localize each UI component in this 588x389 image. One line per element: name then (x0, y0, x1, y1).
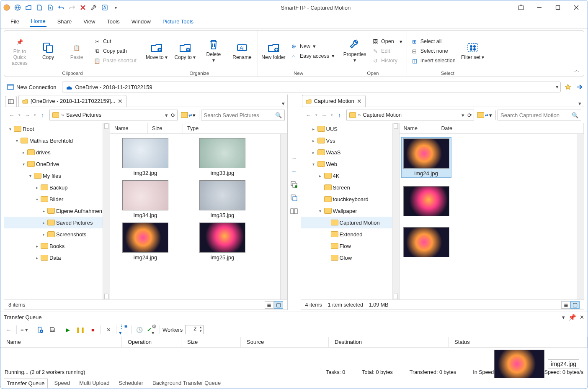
sync-left-icon[interactable]: ← (289, 166, 299, 176)
tree-node[interactable]: ▸Screenshots (4, 228, 110, 240)
menu-home[interactable]: Home (30, 16, 46, 27)
tree-node[interactable]: Flow (301, 240, 399, 252)
back-button[interactable]: ← (304, 110, 314, 120)
sync-copy-icon[interactable] (289, 180, 299, 189)
col-type[interactable]: Type (183, 123, 287, 133)
move-to-button[interactable]: Move to ▾ (144, 41, 170, 61)
menu-share[interactable]: Share (57, 17, 73, 26)
menu-file[interactable]: File (10, 17, 20, 26)
copy-to-button[interactable]: Copy to ▾ (172, 41, 198, 61)
right-breadcrumb[interactable]: » Captured Motion ▾ ⟳ (346, 110, 475, 120)
copy-button[interactable]: Copy (35, 41, 61, 61)
left-breadcrumb[interactable]: » Saved Pictures ▾ ⟳ (49, 110, 178, 120)
filter-set-button[interactable]: Filter set ▾ (460, 41, 486, 61)
tabstrip-toggle-icon[interactable] (5, 96, 17, 107)
back-button[interactable]: ← (7, 110, 17, 120)
tab-dropdown-icon[interactable]: ▾ (279, 100, 287, 107)
tree-node[interactable]: ▾Bilder (4, 193, 110, 205)
close-tab-icon[interactable]: ✕ (118, 98, 123, 105)
search-icon[interactable]: 🔍 (572, 112, 578, 118)
right-tab[interactable]: Captured Motion ✕ (302, 95, 366, 107)
easy-access-button[interactable]: ⛬Easy access ▾ (289, 52, 336, 60)
tree-node[interactable]: ▸Data (4, 252, 110, 264)
file-plus-icon[interactable] (46, 4, 54, 11)
redo-icon[interactable] (68, 4, 76, 11)
save-icon[interactable] (47, 325, 57, 335)
tree-node[interactable]: ▸Eigene Aufnahmen (4, 205, 110, 217)
language-icon[interactable]: A (101, 4, 108, 11)
expand-icon[interactable]: ▸ (311, 127, 316, 131)
tree-node[interactable]: touchkeyboard (301, 193, 399, 205)
tree-node[interactable]: ▸UUS (301, 123, 399, 135)
expand-icon[interactable]: ▸ (34, 256, 39, 260)
tree-node[interactable]: Glow (301, 252, 399, 264)
undo-icon[interactable] (57, 4, 65, 11)
thumbnail[interactable]: img25.jpg (189, 222, 256, 261)
bottom-tab-multi[interactable]: Multi Upload (77, 379, 112, 387)
col-operation[interactable]: Operation (122, 337, 181, 347)
expand-icon[interactable]: ▸ (41, 220, 46, 225)
select-all-button[interactable]: ⊞Select all (410, 37, 457, 46)
expand-icon[interactable]: ▾ (34, 197, 39, 202)
col-size[interactable]: Size (148, 123, 183, 133)
pin-to-quick-button[interactable]: 📌Pin to Quick access (7, 35, 33, 67)
forward-button[interactable]: → (319, 110, 329, 120)
add-file-icon[interactable] (35, 325, 45, 335)
col-name[interactable]: Name (0, 337, 122, 347)
play-icon[interactable]: ▶ (63, 325, 73, 335)
forward-button[interactable]: → (22, 110, 32, 120)
file-icon[interactable] (36, 4, 43, 11)
expand-icon[interactable]: ▸ (318, 174, 323, 178)
right-search-input[interactable]: Search Captured Motion🔍 (498, 110, 581, 120)
close-button[interactable] (567, 2, 585, 13)
tree-node[interactable]: ▾Wallpaper (301, 205, 399, 217)
thumbnail[interactable] (401, 185, 451, 219)
thumbnail[interactable] (401, 226, 451, 260)
options-icon[interactable]: ⋮≡ ▾ (119, 325, 129, 335)
tree-node[interactable]: Extended (301, 228, 399, 240)
sync-compare-icon[interactable] (289, 193, 299, 202)
expand-icon[interactable]: ▾ (8, 127, 13, 131)
address-combo[interactable]: OneDrive - 2018-11-21T022159 ▾ (62, 82, 561, 92)
delete-icon[interactable]: ✕ (103, 325, 113, 335)
invert-selection-button[interactable]: ◫Invert selection (410, 56, 457, 65)
sync-right-icon[interactable]: → (289, 153, 299, 162)
maximize-button[interactable] (549, 2, 567, 13)
thumbnail[interactable]: img24.jpg (401, 137, 451, 178)
bottom-tab-tq[interactable]: Transfer Queue (4, 379, 48, 388)
tree-node[interactable]: ▾Mathias Berchtold (4, 135, 110, 146)
favorites-icon[interactable] (563, 82, 573, 92)
expand-icon[interactable]: ▾ (311, 162, 316, 166)
menu-window[interactable]: Window (131, 17, 152, 26)
thumbnail[interactable]: img34.jpg (112, 179, 179, 219)
workers-input[interactable]: 2▲▼ (185, 325, 204, 334)
tree-node[interactable]: ▾My files (4, 170, 110, 182)
view-list-icon[interactable]: ≣ (561, 301, 570, 309)
sync-mirror-icon[interactable] (289, 207, 299, 216)
view-thumbs-icon[interactable]: ▢ (274, 301, 283, 309)
view-list-icon[interactable]: ≣ (265, 301, 274, 309)
expand-icon[interactable]: ▾ (21, 162, 26, 166)
scrollbar[interactable] (103, 123, 110, 299)
paste-shortcut-button[interactable]: 📋Paste shortcut (92, 56, 138, 65)
expand-icon[interactable]: ▾ (28, 174, 33, 178)
col-date[interactable]: Date (437, 123, 584, 133)
expand-icon[interactable]: ▸ (34, 244, 39, 248)
copy-path-button[interactable]: ⧉Copy path (92, 47, 138, 55)
check-icon[interactable]: ✔⚙ ▾ (147, 325, 157, 335)
close-x-icon[interactable] (79, 4, 87, 11)
paste-button[interactable]: 📋Paste (64, 41, 90, 61)
open-button[interactable]: 🖼Open ▾ (370, 37, 404, 46)
rename-button[interactable]: A|Rename (229, 41, 255, 61)
tree-node[interactable]: ▸drives (4, 146, 110, 158)
tree-node[interactable]: ▾Root (4, 123, 110, 135)
list-icon[interactable]: ≡ ▾ (19, 325, 29, 335)
view-mode-button[interactable]: ⇄ ▾ (476, 110, 494, 120)
refresh-icon[interactable]: ⟳ (171, 112, 175, 118)
view-thumbs-icon[interactable]: ▢ (570, 301, 580, 309)
scrollbar[interactable] (392, 123, 399, 299)
select-none-button[interactable]: ⊟Select none (410, 47, 457, 55)
menu-view[interactable]: View (83, 17, 96, 26)
tree-node[interactable]: ▸Vss (301, 135, 399, 146)
up-button[interactable]: ↑ (38, 110, 48, 120)
